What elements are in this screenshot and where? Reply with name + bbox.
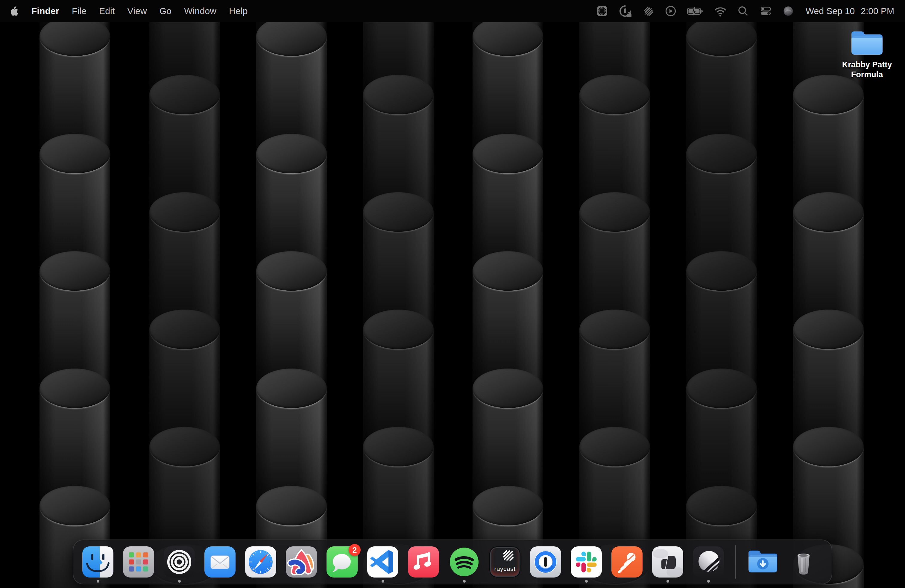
wallpaper-cylinder-top [40,251,110,291]
wallpaper-cylinder-top [149,427,220,466]
dock-item-comet[interactable] [693,547,724,577]
dock-item-dia[interactable] [652,547,683,577]
wallpaper-cylinder-top [149,192,220,232]
siri-icon[interactable] [782,5,794,17]
dock-item-trash[interactable] [788,547,819,577]
dock-item-postman[interactable] [611,547,643,577]
wallpaper-cylinder-top [256,251,327,291]
dock-item-1password[interactable] [530,547,561,577]
wallpaper-cylinder-top [580,75,650,114]
battery-charging-icon[interactable] [686,5,704,17]
safari-icon [245,547,276,577]
finder-icon [82,547,113,577]
wallpaper-cylinder-top [473,134,543,173]
comet-striped-sphere-icon [693,547,724,577]
dock-item-slack[interactable] [571,547,602,577]
password-lock-icon[interactable] [618,4,632,18]
dock-item-music[interactable] [408,547,439,577]
wallpaper-cylinder-top [686,251,757,291]
dock: 2 [73,539,832,585]
apple-music-icon [408,547,439,577]
wallpaper-cylinder-top [256,134,327,173]
running-indicator [178,580,181,583]
spotlight-search-icon[interactable] [737,5,749,17]
apple-logo-icon [11,6,19,16]
wallpaper-cylinder-top [363,192,433,232]
dock-item-safari[interactable] [245,547,276,577]
wallpaper-cylinder-top [580,192,650,232]
wallpaper-cylinder-top [473,369,543,408]
desktop-folder-krabby-patty[interactable]: Krabby Patty Formula [841,27,892,79]
downloads-folder-icon [747,547,778,577]
dock-item-concentric-circles-app[interactable] [164,547,195,577]
raycast-glyph [489,547,521,577]
wallpaper-cylinder-top [149,75,220,114]
macos-desktop: Finder File Edit View Go Window Help [0,0,905,588]
apple-menu[interactable] [11,6,19,16]
dia-icon [652,547,683,577]
dock-item-raycast[interactable]: raycast [489,547,521,577]
raycast-label: raycast [489,565,521,572]
running-indicator [667,580,669,583]
concentric-circles-icon [164,547,195,577]
menu-bar-date: Wed Sep 10 [806,6,855,16]
menu-item-file[interactable]: File [72,6,86,16]
menu-item-view[interactable]: View [127,6,147,16]
launchpad-icon [123,547,154,577]
arc-browser-icon [286,547,317,577]
trash-icon [788,547,819,577]
now-playing-icon[interactable] [664,5,677,17]
dock-item-launchpad[interactable] [123,547,154,577]
wallpaper-cylinder-top [793,192,864,232]
wallpaper-cylinder-top [363,427,433,466]
dock-divider[interactable] [735,545,736,579]
wallpaper-cylinder-top [40,486,110,525]
wifi-icon[interactable] [713,5,727,17]
menu-item-edit[interactable]: Edit [99,6,115,16]
menu-item-go[interactable]: Go [159,6,171,16]
postman-icon [611,547,643,577]
wallpaper-cylinder-top [363,310,433,349]
wallpaper-cylinder-top [793,75,864,114]
dock-item-downloads[interactable] [747,547,778,577]
menu-bar-time: 2:00 PM [861,6,894,16]
wallpaper-cylinder-top [686,369,757,408]
wallpaper-cylinder-top [40,369,110,408]
dock-item-vscode[interactable] [367,547,399,577]
running-indicator [463,580,466,583]
burst-app-icon[interactable] [595,5,609,17]
menu-item-app-name[interactable]: Finder [32,6,59,16]
hatched-diamond-icon[interactable] [641,5,655,17]
wallpaper-cylinder-top [686,134,757,173]
dock-item-mail[interactable] [205,547,235,577]
wallpaper-cylinder-top [363,75,433,114]
wallpaper-cylinder-top [473,251,543,291]
dock-item-messages[interactable]: 2 [327,547,358,577]
folder-label: Krabby Patty Formula [842,60,892,79]
folder-icon [849,27,885,57]
wallpaper-cylinder-top [256,16,327,56]
menu-bar-clock[interactable]: Wed Sep 10 2:00 PM [806,6,894,16]
menu-item-help[interactable]: Help [229,6,248,16]
menu-bar-left: Finder File Edit View Go Window Help [11,6,248,16]
control-center-icon[interactable] [759,5,773,17]
menu-bar-status-area: Wed Sep 10 2:00 PM [595,4,894,18]
wallpaper-cylinder-top [473,16,543,56]
messages-badge: 2 [349,544,360,556]
wallpaper-cylinder-top [580,427,650,466]
wallpaper-cylinder-top [256,486,327,525]
dock-item-arc[interactable] [286,547,317,577]
dock-item-finder[interactable] [82,547,113,577]
wallpaper-cylinder-top [793,310,864,349]
wallpaper-cylinder-top [40,134,110,173]
running-indicator [97,580,99,583]
slack-icon [571,547,602,577]
wallpaper-cylinder-top [149,310,220,349]
raycast-icon: raycast [489,547,521,577]
menu-item-window[interactable]: Window [184,6,216,16]
wallpaper-cylinder-top [256,369,327,408]
mail-icon [205,547,235,577]
1password-icon [530,547,561,577]
running-indicator [707,580,710,583]
dock-item-spotify[interactable] [449,547,480,577]
